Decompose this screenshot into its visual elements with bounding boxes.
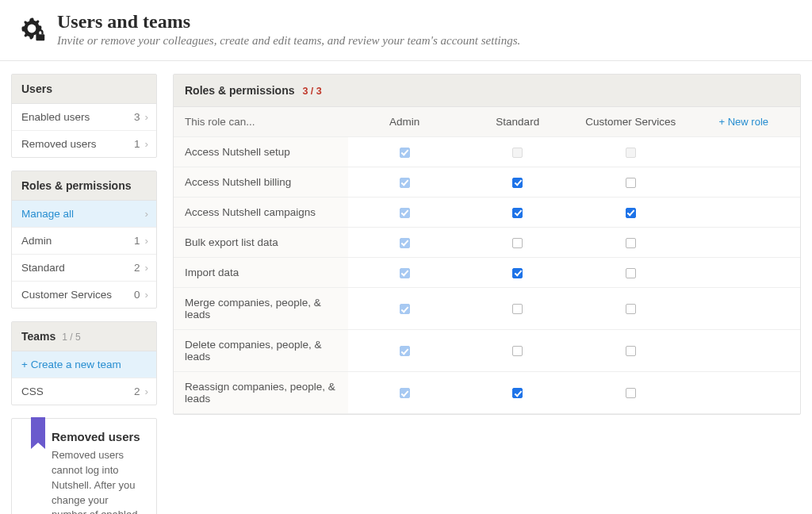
- permission-checkbox[interactable]: [512, 268, 523, 278]
- permission-cell: [574, 137, 688, 167]
- permissions-title: Roles & permissions: [185, 84, 295, 97]
- sidebar-users-item-1[interactable]: Removed users1›: [12, 131, 156, 157]
- chevron-right-icon: ›: [145, 289, 149, 301]
- chevron-right-icon: ›: [145, 111, 149, 123]
- permission-checkbox: [400, 346, 410, 356]
- permission-checkbox: [626, 148, 636, 158]
- users-section-title: Users: [12, 75, 156, 104]
- svg-rect-1: [36, 34, 44, 40]
- sidebar-roles-item-2[interactable]: Customer Services0›: [12, 282, 156, 308]
- permission-cell: [574, 167, 688, 198]
- new-role-column: + New role: [688, 107, 801, 137]
- permission-checkbox: [400, 268, 410, 278]
- permissions-card-header: Roles & permissions 3 / 3: [174, 75, 800, 107]
- role-column-0: Admin: [348, 107, 462, 137]
- permission-cell: [348, 372, 462, 414]
- sidebar-item-label: Customer Services: [21, 289, 112, 301]
- permission-label: Merge companies, people, & leads: [174, 288, 348, 330]
- permission-cell: [462, 137, 575, 167]
- permission-label: Delete companies, people, & leads: [174, 330, 348, 372]
- permission-checkbox[interactable]: [626, 388, 636, 398]
- permission-cell: [348, 258, 462, 288]
- permission-row: Reassign companies, people, & leads: [174, 372, 800, 414]
- permission-cell: [462, 198, 575, 228]
- permission-checkbox: [400, 238, 410, 248]
- permissions-ratio: 3 / 3: [302, 86, 321, 97]
- permission-checkbox[interactable]: [512, 238, 523, 248]
- sidebar-roles-item-1[interactable]: Standard2›: [12, 255, 156, 282]
- permission-checkbox[interactable]: [626, 238, 636, 248]
- tip-title: Removed users: [52, 430, 145, 443]
- tip-body: Removed users cannot log into Nutshell. …: [52, 448, 145, 514]
- permission-row: Import data: [174, 258, 800, 288]
- sidebar-teams-item-0[interactable]: CSS2›: [12, 378, 156, 405]
- permission-checkbox[interactable]: [512, 388, 523, 398]
- sidebar-item-count: 2: [134, 262, 140, 274]
- permission-checkbox: [400, 208, 410, 218]
- permission-row: Delete companies, people, & leads: [174, 330, 800, 372]
- permission-cell: [574, 288, 688, 330]
- permission-row: Access Nutshell campaigns: [174, 198, 800, 228]
- sidebar: Users Enabled users3›Removed users1› Rol…: [11, 74, 157, 514]
- users-section: Users Enabled users3›Removed users1›: [11, 74, 157, 158]
- manage-all-label: Manage all: [21, 208, 74, 220]
- permission-checkbox: [400, 148, 410, 158]
- tip-card: Removed users Removed users cannot log i…: [11, 418, 157, 514]
- permission-label: Access Nutshell billing: [174, 167, 348, 198]
- permission-cell: [348, 288, 462, 330]
- permission-cell: [462, 372, 575, 414]
- teams-title-text: Teams: [21, 330, 56, 343]
- page-header: Users and teams Invite or remove your co…: [0, 0, 812, 61]
- sidebar-users-item-0[interactable]: Enabled users3›: [12, 104, 156, 131]
- sidebar-item-count: 2: [134, 386, 140, 397]
- permission-checkbox[interactable]: [626, 208, 636, 218]
- tip-body-text: Removed users cannot log into Nutshell. …: [52, 449, 143, 514]
- page-subtitle: Invite or remove your colleagues, create…: [57, 34, 520, 48]
- manage-all-link[interactable]: Manage all ›: [12, 201, 156, 228]
- permission-checkbox: [400, 388, 410, 398]
- permission-cell: [574, 330, 688, 372]
- permission-label: Reassign companies, people, & leads: [174, 372, 348, 414]
- sidebar-item-count: 1: [134, 235, 140, 247]
- permission-row: Access Nutshell setup: [174, 137, 800, 167]
- permission-cell: [462, 167, 575, 198]
- permission-checkbox[interactable]: [626, 178, 636, 188]
- permissions-col-label: This role can...: [174, 107, 348, 137]
- permission-checkbox[interactable]: [512, 304, 523, 314]
- permission-checkbox: [400, 304, 410, 314]
- bookmark-icon: [31, 417, 45, 443]
- permission-cell-empty: [688, 330, 801, 372]
- permission-checkbox[interactable]: [626, 268, 636, 278]
- chevron-right-icon: ›: [145, 235, 149, 247]
- permission-label: Import data: [174, 258, 348, 288]
- chevron-right-icon: ›: [145, 386, 149, 397]
- permission-cell: [574, 258, 688, 288]
- new-role-button[interactable]: + New role: [719, 116, 769, 128]
- svg-point-0: [28, 25, 36, 33]
- permission-checkbox[interactable]: [626, 304, 636, 314]
- permission-cell: [462, 228, 575, 258]
- permission-checkbox[interactable]: [512, 208, 523, 218]
- permission-checkbox[interactable]: [512, 178, 523, 188]
- permission-row: Access Nutshell billing: [174, 167, 800, 198]
- sidebar-item-label: Standard: [21, 262, 65, 274]
- permission-cell-empty: [688, 258, 801, 288]
- permission-cell: [574, 198, 688, 228]
- sidebar-item-label: CSS: [21, 386, 44, 397]
- create-team-button[interactable]: + Create a new team: [12, 351, 156, 378]
- sidebar-item-count: 1: [134, 138, 140, 150]
- permission-checkbox[interactable]: [626, 346, 636, 356]
- chevron-right-icon: ›: [145, 138, 149, 150]
- permission-checkbox[interactable]: [512, 346, 523, 356]
- role-column-1: Standard: [462, 107, 575, 137]
- sidebar-roles-item-0[interactable]: Admin1›: [12, 228, 156, 255]
- permission-cell: [574, 228, 688, 258]
- permissions-card: Roles & permissions 3 / 3 This role can.…: [173, 74, 801, 415]
- permission-cell-empty: [688, 288, 801, 330]
- permission-label: Bulk export list data: [174, 228, 348, 258]
- main-panel: Roles & permissions 3 / 3 This role can.…: [173, 74, 801, 415]
- permission-row: Merge companies, people, & leads: [174, 288, 800, 330]
- permission-cell-empty: [688, 167, 801, 198]
- roles-section-title: Roles & permissions: [12, 171, 156, 201]
- permissions-table: This role can...AdminStandardCustomer Se…: [174, 107, 800, 414]
